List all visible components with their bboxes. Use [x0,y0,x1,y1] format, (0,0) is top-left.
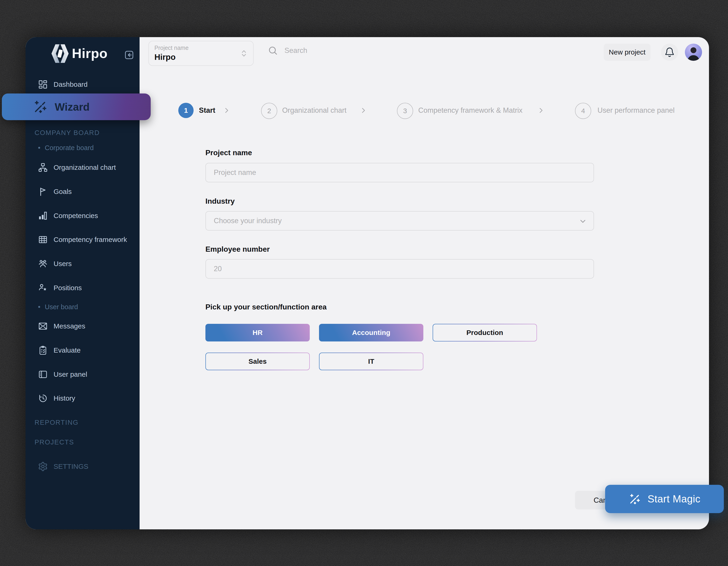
bullet-icon [38,306,40,308]
sidebar-item-label: History [54,394,75,402]
sidebar-item-label: Corporate board [45,144,94,152]
sidebar-item-users[interactable]: Users [38,257,72,271]
step-3-circle[interactable]: 3 [397,103,413,119]
flag-icon [38,186,48,197]
sidebar-item-label: Competency framework [54,236,127,243]
section-option-it[interactable]: IT [319,353,423,370]
sidebar-item-label: Competencies [54,212,98,220]
user-avatar[interactable] [685,44,702,61]
bell-icon [664,47,675,57]
start-magic-button[interactable]: Start Magic [605,485,724,513]
sidebar-item-history[interactable]: History [38,391,75,405]
notifications-button[interactable] [661,44,678,61]
hirpo-logo-icon [50,43,70,64]
step-2-label: Organizational chart [282,103,346,118]
section-option-label: Sales [249,358,267,365]
sidebar-item-competencies[interactable]: Competencies [38,209,98,223]
sidebar-item-messages[interactable]: Messages [38,319,85,333]
step-number: 4 [581,107,585,115]
sidebar-item-label: Evaluate [54,346,81,354]
sidebar-item-user-panel[interactable]: User panel [38,368,87,381]
gear-icon [38,461,48,472]
app-window: Hirpo Dashboard [26,37,709,529]
step-3-label: Competency framework & Matrix [418,103,523,118]
sidebar-item-wizard-active[interactable]: Wizard [2,93,151,120]
industry-label: Industry [205,196,235,206]
start-magic-label: Start Magic [648,493,700,505]
section-option-label: Accounting [352,329,390,337]
section-option-accounting[interactable]: Accounting [319,324,423,342]
search-input[interactable]: Search [268,45,307,56]
chevron-right-icon [223,106,230,114]
sidebar-item-label: User panel [54,371,87,378]
new-project-label: New project [609,48,645,56]
sidebar-collapse-button[interactable] [124,50,134,60]
sidebar-section-projects: PROJECTS [35,437,74,447]
employee-number-label: Employee number [205,244,270,254]
bullet-icon [38,147,40,149]
section-option-label: IT [368,358,374,365]
sidebar-item-label: Positions [54,284,82,292]
project-selector-label: Project name [154,45,188,51]
section-option-label: HR [252,329,262,337]
magic-wand-icon [629,493,641,505]
logo-text: Hirpo [72,45,108,61]
envelope-icon [38,321,48,331]
step-1-circle[interactable]: 1 [178,103,194,118]
sidebar-item-label: Wizard [55,93,89,120]
sidebar-item-settings[interactable]: SETTINGS [38,460,88,473]
section-option-sales[interactable]: Sales [205,353,310,370]
chevron-right-icon [537,106,545,114]
new-project-button[interactable]: New project [604,44,651,61]
person-star-icon [38,283,48,293]
sidebar-section-company-board: COMPANY BOARD [35,128,100,138]
sidebar-item-evaluate[interactable]: Evaluate [38,343,81,357]
section-option-label: Production [466,329,503,337]
clipboard-check-icon [38,345,48,355]
logo-row: Hirpo [26,43,140,65]
avatar-photo [685,44,702,61]
sidebar-item-label: Messages [54,322,85,330]
section-option-hr[interactable]: HR [205,324,310,342]
chevron-right-icon [359,106,367,114]
step-4-label: User performance panel [597,103,675,118]
sidebar-item-positions[interactable]: Positions [38,281,82,295]
industry-select[interactable]: Choose your industry [205,211,594,230]
section-option-production[interactable]: Production [433,324,537,342]
clock-rewind-icon [38,393,48,403]
sidebar-item-goals[interactable]: Goals [38,185,72,198]
sidebar-item-competency-framework[interactable]: Competency framework [38,233,127,246]
sidebar-item-label: Users [54,260,72,268]
sidebar-item-dashboard[interactable]: Dashboard [38,77,88,91]
people-group-icon [38,258,48,269]
project-name-input[interactable] [205,163,594,182]
sidebar-item-label: Dashboard [54,80,88,88]
sidebar-item-corporate-board[interactable]: Corporate board [38,142,94,153]
step-number: 3 [403,107,407,115]
sidebar-item-organizational-chart[interactable]: Organizational chart [38,160,116,174]
step-2-circle[interactable]: 2 [261,103,277,119]
project-selector-value: Hirpo [154,52,176,62]
table-grid-icon [38,234,48,245]
sidebar: Hirpo Dashboard [26,37,140,529]
industry-select-placeholder: Choose your industry [214,217,282,225]
chevron-down-icon [578,217,588,226]
sidebar-section-reporting: REPORTING [35,417,79,428]
step-4-circle[interactable]: 4 [575,103,591,119]
sidebar-item-user-board[interactable]: User board [38,301,78,313]
chevrons-up-down-icon [238,48,249,59]
magic-wand-icon [33,99,48,114]
page-canvas: Hirpo Dashboard [0,0,728,566]
employee-number-input[interactable] [205,259,594,278]
sidebar-item-label: Goals [54,188,72,195]
dashboard-icon [38,79,48,89]
project-selector[interactable]: Project name Hirpo [148,41,254,66]
arrow-left-square-icon [124,50,134,60]
bar-chart-icon [38,211,48,221]
sidebar-item-label: User board [45,303,78,311]
sidebar-item-label: Organizational chart [54,163,116,171]
side-panel-icon [38,369,48,380]
project-name-label: Project name [205,148,252,157]
org-chart-icon [38,162,48,172]
step-number: 2 [267,107,271,115]
